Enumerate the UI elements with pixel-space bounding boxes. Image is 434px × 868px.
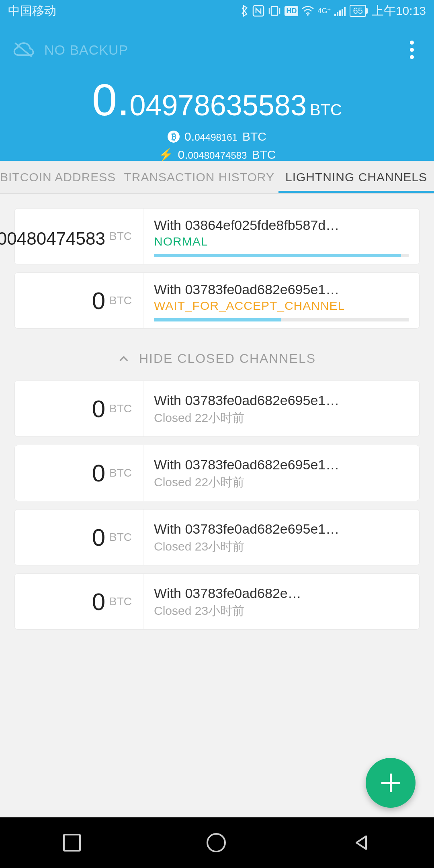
svg-rect-8 [342,9,343,16]
channel-status: Closed 23小时前 [154,538,409,555]
onchain-balance: ₿ 0.04498161 BTC [12,130,422,143]
chevron-up-icon [118,353,129,364]
balance-integer: 0. [92,75,129,125]
bluetooth-icon [240,5,249,17]
channel-balance: 0 BTC [15,510,143,565]
tab-transaction-history[interactable]: TRANSACTION HISTORY [120,161,278,193]
svg-rect-6 [337,12,338,16]
channel-balance: 0 BTC [15,273,143,328]
balance-fraction: 04978635583 [129,89,306,121]
balance-unit: BTC [310,101,342,119]
no-backup-button[interactable]: NO BACKUP [12,38,128,62]
channel-balance: 0.00480474583 BTC [15,209,143,264]
channel-balance: 0 BTC [15,381,143,436]
channel-peer: With 03783fe0ad682e695e1… [154,393,409,408]
channel-status: WAIT_FOR_ACCEPT_CHANNEL [154,299,409,313]
hide-closed-label: HIDE CLOSED CHANNELS [139,351,316,366]
channel-peer: With 03864ef025fde8fb587d… [154,217,409,233]
status-bar: 中国移动 HD 4G⁺ 65 上午10:13 [0,0,434,22]
svg-rect-9 [344,7,346,16]
vibrate-icon [268,5,281,17]
cloud-off-icon [12,38,36,62]
lightning-balance: ⚡ 0.00480474583 BTC [12,147,422,162]
channel-card[interactable]: 0 BTC With 03783fe0ad682e695e1… Closed 2… [14,381,420,437]
channel-status: Closed 22小时前 [154,410,409,426]
channel-card[interactable]: 0 BTC With 03783fe0ad682e… Closed 23小时前 [14,573,420,630]
channel-card[interactable]: 0 BTC With 03783fe0ad682e695e1… Closed 2… [14,445,420,501]
tab-lightning-channels[interactable]: LIGHTNING CHANNELS [278,161,434,193]
carrier-label: 中国移动 [8,3,56,19]
tab-bar: BITCOIN ADDRESS TRANSACTION HISTORY LIGH… [0,161,434,194]
battery-icon: 65 [350,5,366,17]
nfc-icon [252,5,264,17]
svg-rect-5 [334,14,336,16]
channel-peer: With 03783fe0ad682e695e1… [154,457,409,473]
bitcoin-icon: ₿ [168,131,180,143]
wallet-header: NO BACKUP 0.04978635583BTC ₿ 0.04498161 … [0,22,434,161]
recent-apps-button[interactable] [63,834,81,852]
tab-bitcoin-address[interactable]: BITCOIN ADDRESS [0,161,120,193]
channel-card[interactable]: 0 BTC With 03783fe0ad682e695e1… Closed 2… [14,509,420,565]
channel-balance: 0 BTC [15,445,143,501]
svg-point-4 [307,14,309,16]
channel-status: NORMAL [154,235,409,248]
channel-status: Closed 23小时前 [154,603,409,619]
channel-status: Closed 22小时前 [154,474,409,491]
channel-peer: With 03783fe0ad682e695e1… [154,282,409,297]
more-menu-button[interactable] [402,37,422,63]
channel-card[interactable]: 0.00480474583 BTC With 03864ef025fde8fb5… [14,208,420,264]
svg-rect-7 [339,10,341,16]
lightning-icon: ⚡ [158,147,173,162]
total-balance[interactable]: 0.04978635583BTC ₿ 0.04498161 BTC ⚡ 0.00… [12,74,422,162]
signal-icon [334,6,346,16]
hd-icon: HD [285,6,298,16]
network-4g-icon: 4G⁺ [317,6,331,15]
channel-list: 0.00480474583 BTC With 03864ef025fde8fb5… [0,194,434,630]
system-navbar [0,817,434,868]
channel-card[interactable]: 0 BTC With 03783fe0ad682e695e1… WAIT_FOR… [14,272,420,329]
add-channel-fab[interactable] [366,758,416,808]
status-right: HD 4G⁺ 65 上午10:13 [240,3,426,19]
wifi-icon [301,6,314,16]
hide-closed-channels-button[interactable]: HIDE CLOSED CHANNELS [14,337,420,381]
channel-peer: With 03783fe0ad682e695e1… [154,521,409,537]
clock-label: 上午10:13 [372,3,426,19]
home-button[interactable] [207,833,226,852]
no-backup-label: NO BACKUP [44,42,128,58]
back-button[interactable] [352,833,371,852]
channel-balance: 0 BTC [15,574,143,629]
svg-rect-1 [271,6,278,15]
channel-peer: With 03783fe0ad682e… [154,585,409,601]
